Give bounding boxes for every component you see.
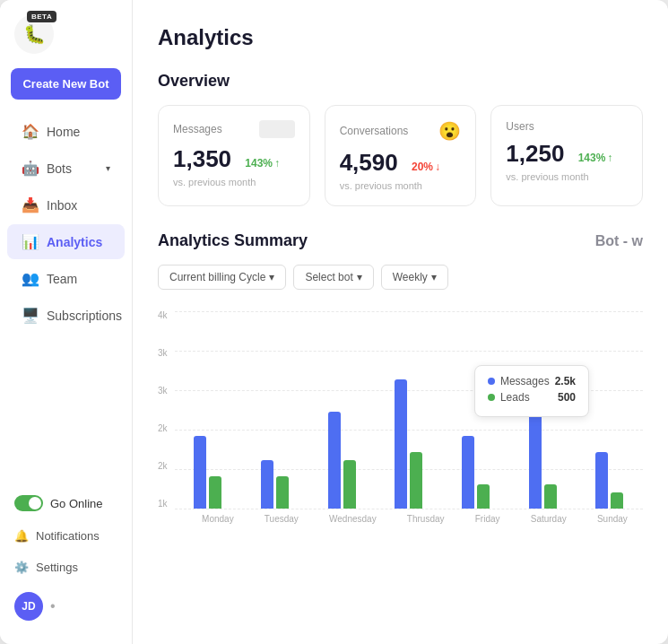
x-labels: MondayTuesdayWednesdayThrusdayFridaySatu… bbox=[158, 514, 643, 524]
billing-cycle-filter[interactable]: Current billing Cycle ▾ bbox=[158, 265, 286, 290]
x-label-5: Saturday bbox=[531, 514, 567, 524]
create-new-bot-button[interactable]: Create New Bot bbox=[11, 68, 121, 100]
y-axis: 4k 3k 3k 2k 2k 1k bbox=[158, 311, 168, 509]
sidebar-item-team[interactable]: 👥 Team bbox=[7, 261, 125, 296]
chart-grid: Messages 2.5k Leads 500 bbox=[175, 311, 643, 509]
y-label-1k: 1k bbox=[158, 500, 168, 509]
green-bar-1 bbox=[276, 476, 289, 509]
users-card: Users 1,250 143% ↑ vs. previous month bbox=[490, 105, 643, 206]
logo-area: 🐛 BETA bbox=[0, 14, 132, 68]
tooltip-messages-label: Messages bbox=[500, 375, 550, 387]
notifications-item[interactable]: 🔔 Notifications bbox=[7, 520, 125, 552]
y-label-2k-1: 2k bbox=[158, 424, 168, 433]
conversations-badge: 20% ↓ bbox=[412, 161, 440, 173]
analytics-icon: 📊 bbox=[22, 233, 39, 250]
settings-label: Settings bbox=[36, 561, 78, 574]
sidebar-item-bots[interactable]: 🤖 Bots ▾ bbox=[7, 151, 125, 186]
beta-badge: BETA bbox=[27, 11, 56, 22]
overview-cards: Messages 1,350 143% ↑ vs. previous month… bbox=[158, 105, 643, 206]
messages-label: Messages bbox=[173, 120, 295, 138]
chart-wrapper: 4k 3k 3k 2k 2k 1k bbox=[158, 311, 643, 509]
bar-group-5 bbox=[529, 412, 557, 509]
sidebar-nav: 🏠 Home 🤖 Bots ▾ 📥 Inbox 📊 Analytics 👥 Te… bbox=[0, 114, 132, 335]
overview-section-title: Overview bbox=[158, 72, 643, 91]
conversations-sub: vs. previous month bbox=[340, 180, 462, 191]
messages-badge: 143% ↑ bbox=[245, 157, 280, 170]
blue-bar-1 bbox=[261, 460, 273, 509]
filter-row: Current billing Cycle ▾ Select bot ▾ Wee… bbox=[158, 265, 643, 290]
blue-bar-2 bbox=[328, 412, 341, 509]
sidebar-item-home-label: Home bbox=[47, 125, 80, 139]
blue-bar-4 bbox=[462, 436, 474, 509]
user-row[interactable]: JD • bbox=[7, 583, 125, 630]
home-icon: 🏠 bbox=[22, 123, 39, 140]
analytics-summary-header: Analytics Summary Bot - w bbox=[158, 231, 643, 250]
x-label-4: Friday bbox=[475, 514, 500, 524]
bot-w-title: Bot - w bbox=[595, 233, 643, 249]
tooltip-leads-label: Leads bbox=[500, 391, 530, 404]
sidebar-item-analytics-label: Analytics bbox=[47, 235, 102, 249]
tooltip-messages-row: Messages 2.5k bbox=[488, 375, 576, 387]
tooltip-leads-row: Leads 500 bbox=[488, 391, 576, 404]
bar-group-4 bbox=[462, 436, 490, 509]
chart-tooltip: Messages 2.5k Leads 500 bbox=[474, 365, 589, 417]
x-label-6: Sunday bbox=[597, 514, 628, 524]
sidebar-item-inbox-label: Inbox bbox=[47, 198, 77, 213]
sidebar-item-team-label: Team bbox=[47, 272, 77, 286]
online-toggle-switch[interactable] bbox=[14, 495, 43, 511]
green-bar-3 bbox=[410, 452, 422, 509]
blue-bar-5 bbox=[529, 412, 542, 509]
sidebar-item-analytics[interactable]: 📊 Analytics bbox=[7, 224, 125, 259]
y-label-2k-2: 2k bbox=[158, 462, 168, 471]
conversations-value: 4,590 20% ↓ bbox=[340, 149, 462, 177]
sidebar-item-subscriptions[interactable]: 🖥️ Subscriptions bbox=[7, 298, 125, 333]
green-bar-4 bbox=[477, 484, 490, 509]
gear-icon: ⚙️ bbox=[14, 561, 29, 574]
team-icon: 👥 bbox=[22, 270, 39, 287]
sidebar-item-home[interactable]: 🏠 Home bbox=[7, 114, 125, 149]
blue-bar-3 bbox=[395, 379, 407, 509]
user-dot: • bbox=[50, 598, 56, 614]
tooltip-leads-dot bbox=[488, 394, 495, 401]
bar-group-0 bbox=[194, 436, 221, 509]
bot-chevron-icon: ▾ bbox=[357, 271, 362, 283]
green-bar-5 bbox=[544, 484, 557, 509]
sidebar-item-inbox[interactable]: 📥 Inbox bbox=[7, 187, 125, 222]
bar-group-6 bbox=[595, 452, 623, 509]
y-label-4k: 4k bbox=[158, 311, 168, 320]
messages-value: 1,350 143% ↑ bbox=[173, 145, 295, 173]
bar-group-1 bbox=[261, 460, 289, 509]
page-title: Analytics bbox=[158, 25, 643, 50]
chevron-icon: ▾ bbox=[106, 163, 110, 173]
x-label-0: Monday bbox=[202, 514, 234, 524]
settings-item[interactable]: ⚙️ Settings bbox=[7, 552, 125, 583]
y-label-3k-1: 3k bbox=[158, 349, 168, 358]
x-label-3: Thrusday bbox=[407, 514, 445, 524]
green-bar-0 bbox=[209, 476, 221, 509]
tooltip-messages-dot bbox=[488, 378, 495, 385]
conversations-icon: 😮 bbox=[438, 120, 461, 142]
users-sub: vs. previous month bbox=[506, 171, 628, 182]
bar-group-3 bbox=[395, 379, 422, 509]
users-badge: 143% ↑ bbox=[578, 152, 613, 164]
go-online-toggle[interactable]: Go Online bbox=[7, 486, 125, 520]
bar-group-2 bbox=[328, 412, 356, 509]
conversations-card: Conversations 😮 4,590 20% ↓ vs. previous… bbox=[325, 105, 477, 206]
analytics-summary-title: Analytics Summary bbox=[158, 231, 308, 250]
x-label-2: Wednesday bbox=[329, 514, 377, 524]
main-content: Analytics Overview Messages 1,350 143% ↑ bbox=[133, 0, 668, 644]
bots-icon: 🤖 bbox=[22, 160, 39, 177]
green-bar-6 bbox=[611, 492, 623, 509]
tooltip-messages-value: 2.5k bbox=[555, 375, 576, 387]
tooltip-leads-value: 500 bbox=[558, 391, 576, 404]
messages-sub: vs. previous month bbox=[173, 177, 295, 187]
notifications-label: Notifications bbox=[36, 529, 100, 543]
select-bot-filter[interactable]: Select bot ▾ bbox=[293, 265, 373, 290]
chart-container: 4k 3k 3k 2k 2k 1k bbox=[158, 304, 643, 531]
weekly-filter[interactable]: Weekly ▾ bbox=[381, 265, 448, 290]
grid-line-bottom bbox=[175, 509, 643, 509]
blue-bar-0 bbox=[194, 436, 206, 509]
y-label-3k-2: 3k bbox=[158, 387, 168, 396]
messages-icon bbox=[259, 120, 295, 138]
x-label-1: Tuesday bbox=[265, 514, 299, 524]
